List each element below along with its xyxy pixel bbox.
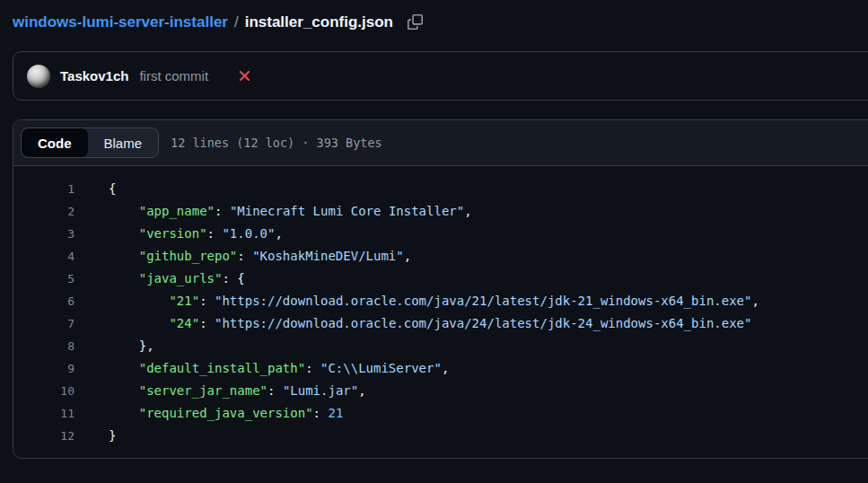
file-content-panel: CodeBlame 12 lines (12 loc) · 393 Bytes … [13, 119, 868, 459]
line-content: } [75, 425, 116, 447]
line-number[interactable]: 11 [13, 402, 75, 425]
line-content: "default_install_path": "C:\\LumiServer"… [75, 357, 449, 380]
line-content: "24": "https://download.oracle.com/java/… [75, 312, 751, 335]
line-content: "version": "1.0.0", [75, 223, 283, 245]
code-line: 7 "24": "https://download.oracle.com/jav… [13, 312, 868, 335]
code-line: 8 }, [13, 335, 868, 357]
code-line: 4 "github_repo": "KoshakMineDEV/Lumi", [13, 245, 868, 268]
breadcrumb: windows-lumi-server-installer / installe… [0, 0, 868, 36]
line-content: "app_name": "Minecraft Lumi Core Install… [75, 200, 472, 223]
file-meta-info: 12 lines (12 loc) · 393 Bytes [171, 136, 382, 150]
line-number[interactable]: 7 [13, 312, 75, 335]
commit-message-link[interactable]: first commit [139, 68, 208, 83]
line-content: "github_repo": "KoshakMineDEV/Lumi", [75, 245, 411, 268]
code-line: 11 "required_java_version": 21 [13, 402, 868, 425]
code-line: 2 "app_name": "Minecraft Lumi Core Insta… [13, 200, 868, 223]
tab-code[interactable]: Code [22, 128, 88, 157]
line-number[interactable]: 6 [13, 290, 75, 312]
copy-icon [408, 14, 423, 30]
file-view-page: windows-lumi-server-installer / installe… [0, 0, 868, 483]
line-number[interactable]: 8 [13, 335, 75, 357]
line-content: "server_jar_name": "Lumi.jar", [75, 380, 366, 402]
code-line: 12} [13, 425, 868, 447]
x-failed-icon [237, 68, 252, 83]
tab-blame[interactable]: Blame [88, 128, 159, 157]
copy-path-button[interactable] [406, 13, 425, 31]
commit-status-button[interactable] [237, 68, 252, 83]
code-line: 5 "java_urls": { [13, 268, 868, 290]
line-content: { [75, 178, 116, 200]
breadcrumb-separator: / [234, 13, 239, 31]
commit-bar: Taskov1ch first commit [13, 51, 868, 101]
code-line: 6 "21": "https://download.oracle.com/jav… [13, 290, 868, 312]
line-content: }, [75, 335, 154, 357]
line-number[interactable]: 3 [13, 223, 75, 245]
line-number[interactable]: 10 [13, 380, 75, 402]
line-number[interactable]: 2 [13, 200, 75, 223]
line-number[interactable]: 12 [13, 425, 75, 447]
breadcrumb-filename: installer_config.json [245, 13, 393, 31]
file-header: CodeBlame 12 lines (12 loc) · 393 Bytes [13, 120, 868, 166]
line-number[interactable]: 5 [13, 268, 75, 290]
line-number[interactable]: 4 [13, 245, 75, 268]
breadcrumb-repo-link[interactable]: windows-lumi-server-installer [13, 13, 228, 31]
code-line: 1{ [13, 178, 868, 200]
avatar[interactable] [27, 65, 50, 88]
commit-author-link[interactable]: Taskov1ch [60, 68, 128, 83]
line-number[interactable]: 9 [13, 357, 75, 380]
line-content: "21": "https://download.oracle.com/java/… [75, 290, 759, 312]
code-line: 9 "default_install_path": "C:\\LumiServe… [13, 357, 868, 380]
code-blame-switcher: CodeBlame [21, 127, 159, 158]
line-content: "java_urls": { [75, 268, 245, 290]
code-line: 10 "server_jar_name": "Lumi.jar", [13, 380, 868, 402]
code-lines: 1{2 "app_name": "Minecraft Lumi Core Ins… [13, 166, 868, 458]
line-content: "required_java_version": 21 [75, 402, 343, 425]
code-line: 3 "version": "1.0.0", [13, 223, 868, 245]
line-number[interactable]: 1 [13, 178, 75, 200]
